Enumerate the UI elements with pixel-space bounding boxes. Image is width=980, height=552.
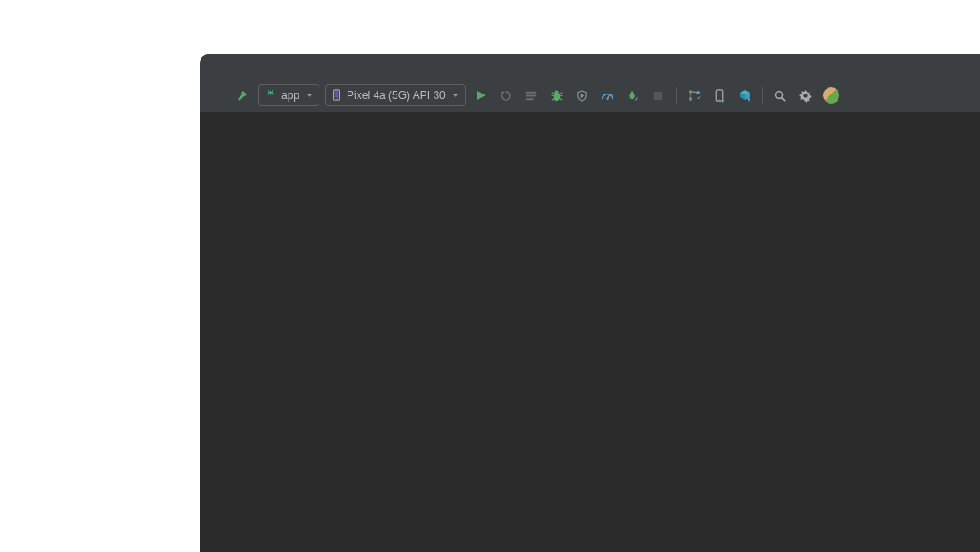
- coverage-icon: [575, 89, 589, 103]
- svg-point-2: [269, 93, 270, 94]
- attach-debugger-button[interactable]: [623, 85, 643, 105]
- settings-button[interactable]: [796, 85, 816, 105]
- apply-code-changes-button[interactable]: [522, 85, 542, 105]
- svg-rect-8: [526, 94, 536, 96]
- chevron-down-icon: [306, 94, 313, 97]
- editor-area: [200, 112, 980, 552]
- svg-rect-7: [526, 91, 536, 93]
- debug-button[interactable]: [547, 85, 567, 105]
- module-selector[interactable]: app: [258, 84, 319, 106]
- sync-project-icon: [738, 88, 752, 103]
- profiler-button[interactable]: [598, 85, 618, 105]
- phone-icon: [331, 89, 342, 102]
- bug-icon: [550, 89, 564, 103]
- svg-line-17: [560, 98, 563, 100]
- svg-point-3: [271, 93, 272, 94]
- svg-rect-5: [335, 91, 339, 97]
- svg-line-16: [552, 98, 554, 100]
- svg-point-28: [776, 91, 783, 98]
- search-button[interactable]: [770, 85, 790, 105]
- module-selector-label: app: [281, 89, 299, 102]
- toolbar-separator: [676, 87, 677, 104]
- coverage-button[interactable]: [573, 85, 593, 105]
- run-icon: [475, 89, 487, 102]
- ide-window: app Pixel 4a (5G) API 30: [200, 54, 980, 552]
- apply-code-changes-icon: [524, 89, 538, 103]
- device-selector[interactable]: Pixel 4a (5G) API 30: [325, 84, 466, 106]
- device-manager-icon: [713, 89, 726, 103]
- vcs-button[interactable]: [684, 85, 704, 105]
- device-manager-button[interactable]: [710, 85, 730, 105]
- svg-point-27: [719, 99, 720, 100]
- gear-icon: [799, 89, 812, 103]
- main-toolbar: app Pixel 4a (5G) API 30: [200, 79, 980, 113]
- search-icon: [773, 89, 787, 103]
- account-button[interactable]: [821, 85, 841, 105]
- svg-point-23: [689, 90, 692, 94]
- user-avatar: [823, 87, 839, 104]
- svg-point-6: [336, 98, 337, 99]
- svg-line-15: [560, 92, 563, 94]
- svg-point-11: [555, 90, 559, 94]
- svg-line-0: [268, 90, 269, 92]
- svg-rect-22: [654, 91, 662, 99]
- profiler-icon: [601, 89, 614, 103]
- svg-point-24: [689, 97, 692, 101]
- attach-debugger-icon: [626, 89, 640, 103]
- build-button[interactable]: [232, 85, 252, 105]
- window-titlebar: [200, 54, 980, 79]
- run-button[interactable]: [471, 85, 491, 105]
- toolbar-separator: [762, 87, 763, 104]
- svg-rect-9: [526, 98, 534, 100]
- svg-point-19: [607, 97, 609, 99]
- svg-point-21: [631, 91, 633, 94]
- svg-line-14: [552, 92, 554, 94]
- stop-icon: [652, 90, 664, 102]
- apply-changes-button[interactable]: [496, 85, 516, 105]
- hammer-icon: [235, 88, 250, 103]
- svg-line-29: [782, 97, 786, 101]
- android-icon: [264, 89, 277, 102]
- git-branch-icon: [687, 88, 701, 103]
- stop-button[interactable]: [649, 85, 669, 105]
- chevron-down-icon: [452, 94, 459, 97]
- svg-point-30: [804, 94, 808, 97]
- device-selector-label: Pixel 4a (5G) API 30: [347, 89, 446, 102]
- apply-changes-icon: [499, 89, 513, 103]
- svg-line-1: [272, 90, 273, 92]
- sync-project-button[interactable]: [735, 85, 755, 105]
